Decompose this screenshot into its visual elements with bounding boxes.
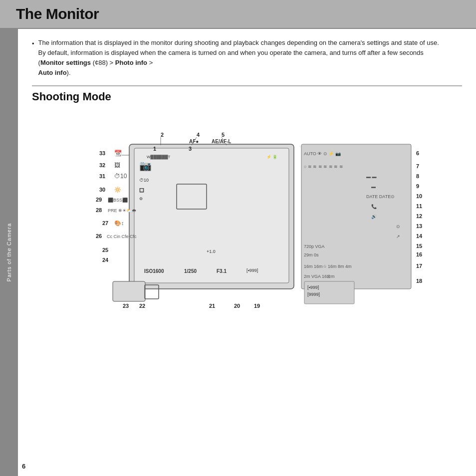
intro-text3: > [147,59,153,66]
svg-text:25: 25 [102,247,108,253]
svg-text:5: 5 [222,132,225,138]
svg-text:⏱10: ⏱10 [114,173,127,180]
sidebar: Parts of the Camera [0,29,18,476]
intro-text4: ). [67,69,71,76]
svg-text:🖼: 🖼 [114,162,120,169]
svg-text:▬: ▬ [371,184,376,189]
diagram-svg: 📷 W▓▓▓▓▓▓T ⏱10 🔲 ⚙ ⚡ 🔋 ISO1600 1/250 F3.… [37,109,466,399]
svg-text:📷: 📷 [139,160,152,172]
svg-text:ISO1600: ISO1600 [144,268,164,274]
diagram-area: 📷 W▓▓▓▓▓▓T ⏱10 🔲 ⚙ ⚡ 🔋 ISO1600 1/250 F3.… [37,109,466,399]
svg-text:🔆: 🔆 [114,186,121,193]
svg-text:DATE DATE⊙: DATE DATE⊙ [366,194,395,199]
svg-text:11: 11 [416,203,422,209]
page-title: The Monitor [16,5,99,22]
svg-text:⚡ 🔋: ⚡ 🔋 [266,154,277,159]
svg-text:9: 9 [416,183,419,189]
intro-text-block: The information that is displayed in the… [38,38,448,78]
svg-text:16m  16m☆ 16m 8m 4m: 16m 16m☆ 16m 8m 4m [304,264,352,269]
svg-text:29: 29 [96,197,102,203]
main-content: • The information that is displayed in t… [18,29,476,408]
svg-text:[▪999]: [▪999] [307,285,319,290]
svg-text:18: 18 [416,278,422,284]
svg-text:🔊: 🔊 [371,214,377,220]
svg-text:17: 17 [416,263,422,269]
svg-text:🔲: 🔲 [139,188,144,193]
svg-text:🎨↕: 🎨↕ [114,220,124,227]
svg-text:1: 1 [153,146,156,152]
intro-section: • The information that is displayed in t… [32,38,462,78]
svg-text:8: 8 [416,173,419,179]
svg-text:F3.1: F3.1 [217,268,227,274]
intro-bold1: Monitor settings [40,59,91,66]
svg-text:○ ≋ ≋ ≋ ≋ ≋ ≋ ≋: ○ ≋ ≋ ≋ ≋ ≋ ≋ ≋ [304,164,343,169]
svg-text:7: 7 [416,163,419,169]
svg-text:⏱10: ⏱10 [139,178,149,183]
intro-ref1: (¢88) > [91,59,115,66]
svg-text:↗: ↗ [396,234,400,239]
svg-text:28: 28 [96,207,102,213]
svg-rect-35 [113,281,145,301]
svg-text:W▓▓▓▓▓▓T: W▓▓▓▓▓▓T [147,155,171,160]
svg-text:13: 13 [416,223,422,229]
svg-text:2m  VGA 16⊠m: 2m VGA 16⊠m [304,274,335,279]
svg-text:20: 20 [234,303,240,309]
svg-text:32: 32 [99,162,105,168]
svg-text:4: 4 [197,132,200,138]
intro-bold2: Photo info [115,59,147,66]
intro-text1: The information that is displayed in the… [38,39,439,46]
svg-text:21: 21 [209,303,215,309]
svg-text:⬛BSS⬛: ⬛BSS⬛ [108,197,128,203]
bullet-paragraph: • The information that is displayed in t… [32,38,462,78]
header-bar: The Monitor [0,0,476,29]
svg-text:33: 33 [99,150,105,156]
svg-text:Cc Cin Cfe Cfc: Cc Cin Cfe Cfc [107,234,137,239]
svg-text:31: 31 [99,173,105,179]
svg-text:720p  VGA: 720p VGA [304,244,325,249]
svg-text:AE/AF-L: AE/AF-L [212,139,231,144]
svg-text:2: 2 [161,132,164,138]
sidebar-label: Parts of the Camera [6,223,12,281]
shooting-mode-heading: Shooting Mode [32,85,462,103]
svg-text:+1.0: +1.0 [207,249,216,254]
svg-text:📆: 📆 [114,149,122,157]
svg-text:29m 0s: 29m 0s [304,252,319,257]
svg-rect-1 [134,148,289,283]
svg-text:[▪999]: [▪999] [246,268,258,273]
bullet-dot: • [32,39,34,49]
svg-text:16: 16 [416,251,422,257]
svg-text:⚙: ⚙ [139,197,143,201]
svg-text:24: 24 [102,257,109,263]
svg-text:12: 12 [416,213,422,219]
svg-text:26: 26 [96,233,102,239]
svg-text:▬ ▬: ▬ ▬ [366,174,377,179]
svg-text:3: 3 [189,146,192,152]
intro-bold3: Auto info [38,69,67,76]
svg-text:30: 30 [99,187,105,193]
svg-text:19: 19 [254,303,260,309]
svg-text:6: 6 [416,150,419,156]
svg-text:⊙: ⊙ [396,224,400,229]
svg-text:22: 22 [139,303,145,309]
svg-text:📞: 📞 [371,204,377,210]
svg-text:27: 27 [102,220,108,226]
svg-text:15: 15 [416,243,422,249]
svg-text:AUTO 👁 ⊙ ⚡ 📷: AUTO 👁 ⊙ ⚡ 📷 [304,151,341,157]
page-number: 6 [22,463,25,470]
svg-text:10: 10 [416,193,422,199]
svg-text:PRE ❄☀⛅🌧: PRE ❄☀⛅🌧 [108,208,136,214]
svg-text:[9999]: [9999] [307,292,320,297]
svg-text:23: 23 [123,303,129,309]
svg-text:1/250: 1/250 [184,268,197,274]
svg-text:14: 14 [416,233,423,239]
